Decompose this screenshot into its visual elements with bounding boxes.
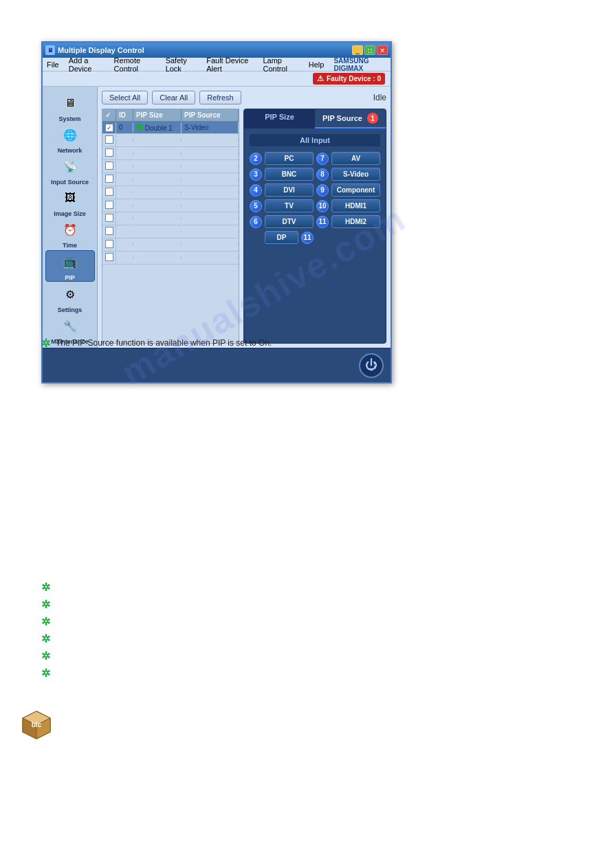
refresh-button[interactable]: Refresh [199,91,241,104]
sidebar-item-image-size[interactable]: 🖼 Image Size [45,187,95,217]
faulty-label: Faulty Device : 0 [327,75,381,82]
checkbox[interactable] [105,175,113,183]
sidebar-system-label: System [58,115,80,122]
sidebar-item-pip[interactable]: 📺 PIP [45,250,95,282]
checkbox[interactable] [105,148,113,157]
main-content: 🖥 System 🌐 Network 📡 Input Source 🖼 Imag… [43,87,391,348]
bullet-text-1: The PIP Source function is available whe… [56,337,272,349]
menu-file[interactable]: File [47,60,59,69]
menu-remote-control[interactable]: Remote Control [114,56,156,73]
sidebar-item-input-source[interactable]: 📡 Input Source [45,155,95,186]
table-row[interactable] [102,186,239,199]
faulty-badge: Faulty Device : 0 [313,73,385,85]
bullets-section-1: ✲ The PIP Source function is available w… [41,337,564,354]
system-icon: 🖥 [59,92,81,114]
select-all-button[interactable]: Select All [102,91,148,104]
checkbox[interactable] [105,201,113,209]
bottom-icon-area: bIc [19,708,54,742]
table-row[interactable] [102,238,239,252]
pip-num-10: 10 [316,200,329,212]
bullet-item-6: ✲ [41,649,564,663]
minimize-button[interactable]: _ [352,45,363,55]
pip-num-11a: 11 [316,216,329,228]
image-size-icon: 🖼 [59,187,81,209]
checkbox[interactable] [105,240,113,248]
table-row[interactable] [102,147,239,160]
pip-btn-hdmi2[interactable]: HDMI2 [331,215,380,228]
sidebar-item-system[interactable]: 🖥 System [45,92,95,122]
td-id: 0 [116,122,133,133]
table-row[interactable] [102,252,239,265]
pip-num-3: 3 [250,168,262,181]
pip-btn-bnc[interactable]: BNC [265,168,314,181]
sidebar-item-time[interactable]: ⏰ Time [45,219,95,249]
input-source-icon: 📡 [59,155,81,177]
table-row[interactable] [102,225,239,238]
menu-lamp-control[interactable]: Lamp Control [263,56,298,73]
checkbox[interactable] [105,124,113,132]
checkbox[interactable] [105,135,113,144]
device-table: ✓ ID PIP Size PIP Source 0 [102,109,239,344]
menu-help[interactable]: Help [309,60,325,69]
sidebar: 🖥 System 🌐 Network 📡 Input Source 🖼 Imag… [43,87,98,348]
pip-num-6: 6 [250,216,262,228]
tab-pip-size[interactable]: PIP Size [244,109,315,129]
menu-fault-device[interactable]: Fault Device Alert [206,56,253,73]
checkbox[interactable] [105,162,113,170]
checkbox[interactable] [105,188,113,196]
sidebar-item-network[interactable]: 🌐 Network [45,124,95,154]
pip-btn-row-pc: 2 PC [250,152,314,165]
bullet-star-7: ✲ [41,667,50,680]
menu-bar: File Add a Device Remote Control Safety … [43,58,391,71]
checkbox[interactable] [105,253,113,261]
time-icon: ⏰ [59,219,81,241]
checkbox[interactable] [105,214,113,222]
pip-btn-svideo[interactable]: S-Video [331,168,380,181]
pip-btn-row-hdmi2: 11 HDMI2 [316,215,380,228]
menu-add-device[interactable]: Add a Device [69,56,105,73]
pip-btn-tv[interactable]: TV [265,199,314,212]
pip-btn-component[interactable]: Component [331,183,380,197]
bullet-star-5: ✲ [41,632,50,645]
cube-icon: bIc [19,708,54,742]
pip-btn-hdmi1[interactable]: HDMI1 [331,199,380,212]
th-pip-size: PIP Size [133,109,182,121]
td-id [116,139,133,142]
bullet-star-4: ✲ [41,615,50,628]
pip-btn-dtv[interactable]: DTV [265,215,314,228]
pip-btn-pc[interactable]: PC [265,152,314,165]
maximize-button[interactable]: □ [364,45,375,55]
bullet-star-1: ✲ [41,337,50,350]
tab-pip-source[interactable]: PIP Source 1 [315,109,386,129]
close-button[interactable]: ✕ [377,45,388,55]
table-row[interactable] [102,160,239,173]
pip-btn-row-hdmi1: 10 HDMI1 [316,199,380,212]
power-button[interactable]: ⏻ [359,353,384,378]
menu-safety-lock[interactable]: Safety Lock [166,56,197,73]
checkbox[interactable] [105,227,113,235]
bullet-star-3: ✲ [41,598,50,611]
pip-btn-dvi[interactable]: DVI [265,183,314,197]
table-row[interactable] [102,212,239,225]
pip-btn-av[interactable]: AV [331,152,380,165]
bullet-item-3: ✲ [41,598,564,611]
pip-num-8: 8 [316,168,329,181]
clear-all-button[interactable]: Clear All [152,91,195,104]
brand-label: SAMSUNG DIGIMAX [333,57,386,72]
table-row[interactable] [102,173,239,186]
status-dot [136,124,143,131]
pip-btn-row-tv: 5 TV [250,199,314,212]
bullet-star-2: ✲ [41,581,50,594]
pip-buttons-grid: 2 PC 7 AV 3 BNC [250,152,380,244]
table-row[interactable]: 0 Double 1 S-Video [102,122,239,134]
table-row[interactable] [102,199,239,212]
td-check [102,134,116,146]
bullet-item-2: ✲ [41,581,564,594]
pip-num-2: 2 [250,153,262,165]
pip-btn-dp[interactable]: DP [265,231,298,244]
table-row[interactable] [102,134,239,147]
app-title: Multiple Display Control [58,46,144,54]
td-pip-source [182,139,239,142]
pip-btn-row-dvi: 4 DVI [250,183,314,197]
sidebar-item-settings[interactable]: ⚙ Settings [45,283,95,313]
